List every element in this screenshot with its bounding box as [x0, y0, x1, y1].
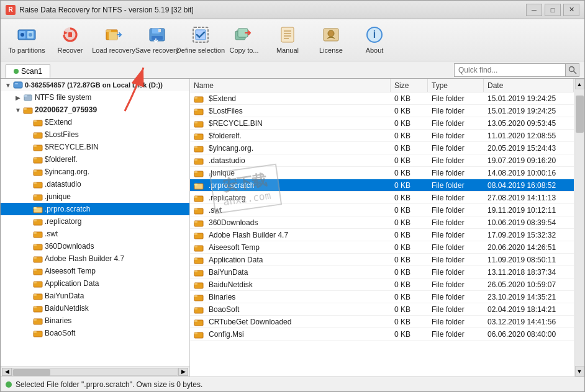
- manual-label: Manual: [276, 47, 299, 55]
- tree-baidunetdisk[interactable]: ▶ BaiduNetdisk: [1, 302, 189, 314]
- file-row-selected[interactable]: .prpro.scratch 0 KB File folder 08.04.20…: [190, 179, 574, 192]
- expand-main-icon: ▼: [13, 105, 23, 115]
- scan1-tab[interactable]: Scan1: [6, 65, 50, 78]
- svg-rect-95: [194, 233, 197, 235]
- close-button[interactable]: ✕: [563, 4, 579, 16]
- tree-aiseesoft[interactable]: ▶ Aiseesoft Temp: [1, 265, 189, 277]
- tree-appdata[interactable]: ▶ Application Data: [1, 277, 189, 290]
- file-row[interactable]: Application Data 0 KB File folder 11.09.…: [190, 254, 574, 266]
- tree-prpro[interactable]: ▶ .prpro.scratch: [1, 203, 189, 215]
- recover-button[interactable]: Recover: [49, 22, 91, 58]
- folder-file-icon: [194, 180, 204, 190]
- file-row[interactable]: BaiYunData 0 KB File folder 13.11.2018 1…: [190, 266, 574, 278]
- main-folder-label: 20200627_075939: [35, 105, 97, 114]
- tree-replicatorg[interactable]: ▶ .replicatorg: [1, 215, 189, 228]
- load-recovery-button[interactable]: Load recovery: [93, 22, 135, 58]
- tree-binaries[interactable]: ▶ Binaries: [1, 314, 189, 327]
- svg-rect-93: [194, 221, 197, 223]
- about-button[interactable]: i About: [353, 22, 396, 58]
- scroll-thumb[interactable]: [576, 96, 584, 133]
- tree-folder-main[interactable]: ▼ 20200627_075939: [1, 104, 189, 116]
- tree-yincang[interactable]: ▶ $yincang.org.: [1, 166, 189, 178]
- swt-icon: [33, 229, 43, 239]
- tree-swt[interactable]: ▶ .swt: [1, 228, 189, 240]
- file-row[interactable]: $RECYCLE.BIN 0 KB File folder 13.05.2020…: [190, 117, 574, 130]
- tree-datastudio[interactable]: ▶ .datastudio: [1, 178, 189, 190]
- tree-baiyun[interactable]: ▶ BaiYunData: [1, 290, 189, 302]
- tree-360downloads[interactable]: ▶ 360Downloads: [1, 240, 189, 252]
- h-scroll-track[interactable]: [12, 368, 178, 376]
- folder-file-icon: [194, 118, 204, 128]
- tree-disk[interactable]: ▼ 0-362554857 (172.87GB on Local Disk (D…: [1, 79, 189, 91]
- file-row[interactable]: .datastudio 0 KB File folder 19.07.2019 …: [190, 154, 574, 167]
- file-row[interactable]: Config.Msi 0 KB File folder 06.06.2020 0…: [190, 328, 574, 341]
- svg-point-4: [29, 33, 32, 37]
- status-indicator: [6, 381, 12, 388]
- main-folder-icon: [23, 105, 33, 115]
- folder-file-icon: [194, 292, 204, 302]
- file-row[interactable]: .replicatorg 0 KB File folder 27.08.2019…: [190, 192, 574, 204]
- svg-rect-13: [152, 36, 163, 40]
- 360downloads-icon: [33, 241, 43, 251]
- search-button[interactable]: [566, 63, 579, 77]
- h-scroll-thumb[interactable]: [13, 369, 50, 376]
- svg-rect-87: [194, 184, 197, 185]
- col-header-name[interactable]: Name: [190, 79, 391, 92]
- manual-button[interactable]: Manual: [266, 22, 309, 58]
- svg-rect-33: [24, 95, 27, 97]
- prpro-label: .prpro.scratch: [45, 205, 90, 213]
- folder-file-icon: [194, 280, 204, 290]
- scroll-down-arrow[interactable]: ▼: [575, 366, 584, 376]
- file-row[interactable]: 360Downloads 0 KB File folder 10.06.2019…: [190, 216, 574, 229]
- col-header-size[interactable]: Size: [391, 79, 428, 92]
- file-row[interactable]: $folderelf. 0 KB File folder 11.01.2020 …: [190, 130, 574, 142]
- search-input[interactable]: [454, 63, 566, 77]
- svg-rect-79: [194, 134, 197, 136]
- minimize-button[interactable]: ─: [526, 4, 542, 16]
- h-scroll-right[interactable]: ▶: [178, 368, 188, 376]
- tree-junique[interactable]: ▶ .junique: [1, 190, 189, 203]
- save-recovery-button[interactable]: Save recovery: [136, 22, 178, 58]
- file-row[interactable]: CRTubeGet Downloaded 0 KB File folder 03…: [190, 316, 574, 328]
- col-header-date[interactable]: Date: [484, 79, 574, 92]
- tree-folderelf[interactable]: ▶ $folderelf.: [1, 153, 189, 166]
- file-row[interactable]: $LostFiles 0 KB File folder 15.01.2019 1…: [190, 105, 574, 117]
- license-icon: [321, 25, 341, 45]
- tree-ntfs[interactable]: ▶ NTFS file system: [1, 91, 189, 104]
- file-row[interactable]: BoaoSoft 0 KB File folder 02.04.2019 18:…: [190, 303, 574, 316]
- col-header-type[interactable]: Type: [428, 79, 484, 92]
- disk-drive-icon: [13, 80, 23, 90]
- tree-extend[interactable]: ▶ $Extend: [1, 116, 189, 128]
- svg-rect-65: [34, 294, 37, 296]
- scroll-up-arrow[interactable]: ▲: [575, 79, 584, 89]
- file-row[interactable]: Adobe Flash Builder 4.7 0 KB File folder…: [190, 229, 574, 241]
- tree-adobe[interactable]: ▶ Adobe Flash Builder 4.7: [1, 252, 189, 265]
- v-scrollbar[interactable]: ▲ ▼: [574, 79, 584, 376]
- scroll-track[interactable]: [575, 89, 584, 366]
- boaosoft-icon: [33, 328, 43, 338]
- tree-lostfiles[interactable]: ▶ $LostFiles: [1, 128, 189, 141]
- h-scroll-left[interactable]: ◀: [2, 368, 12, 376]
- prpro-icon: [33, 204, 43, 214]
- maximize-button[interactable]: □: [545, 4, 561, 16]
- license-button[interactable]: License: [310, 22, 352, 58]
- adobe-icon: [33, 254, 43, 264]
- file-row[interactable]: Aiseesoft Temp 0 KB File folder 20.06.20…: [190, 241, 574, 254]
- file-row[interactable]: $yincang.org. 0 KB File folder 20.05.201…: [190, 142, 574, 154]
- copy-to-button[interactable]: Copy to...: [223, 22, 265, 58]
- file-row[interactable]: .swt 0 KB File folder 19.11.2019 10:12:1…: [190, 204, 574, 216]
- file-date: 15.01.2019 19:24:25: [484, 92, 574, 104]
- file-row[interactable]: Binaries 0 KB File folder 23.10.2019 14:…: [190, 291, 574, 303]
- to-partitions-button[interactable]: To partitions: [6, 22, 48, 58]
- tree-recycle[interactable]: ▶ $RECYCLE.BIN: [1, 141, 189, 153]
- tree-boaosoft[interactable]: ▶ BoaoSoft: [1, 327, 189, 339]
- file-row[interactable]: BaiduNetdisk 0 KB File folder 26.05.2020…: [190, 278, 574, 291]
- ntfs-icon: [23, 92, 33, 102]
- svg-rect-75: [194, 109, 197, 111]
- folder-file-icon: [194, 317, 204, 327]
- expand-ntfs-icon: ▶: [13, 92, 23, 102]
- svg-text:i: i: [373, 29, 376, 40]
- define-selection-button[interactable]: Define selection: [179, 22, 222, 58]
- file-row[interactable]: $Extend 0 KB File folder 15.01.2019 19:2…: [190, 92, 574, 105]
- file-row[interactable]: .junique 0 KB File folder 14.08.2019 10:…: [190, 167, 574, 179]
